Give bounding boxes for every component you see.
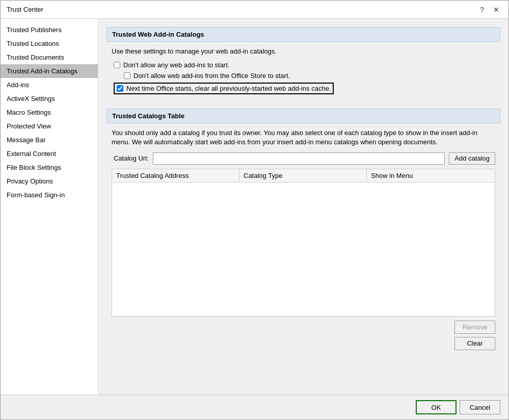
ok-button[interactable]: OK xyxy=(416,400,457,414)
sidebar-item-form-based-sign-in[interactable]: Form-based Sign-in xyxy=(1,188,98,202)
catalog-url-row: Catalog Url: Add catalog xyxy=(114,152,495,165)
sidebar-item-trusted-addin-catalogs[interactable]: Trusted Add-in Catalogs xyxy=(1,64,98,78)
help-button[interactable]: ? xyxy=(476,4,488,16)
checkbox2-row: Don't allow web add-ins from the Office … xyxy=(112,72,495,80)
sidebar-item-trusted-locations[interactable]: Trusted Locations xyxy=(1,37,98,50)
title-bar: Trust Center ? ✕ xyxy=(1,1,508,19)
add-catalog-button[interactable]: Add catalog xyxy=(449,152,495,165)
main-content: Trusted Web Add-in Catalogs Use these se… xyxy=(98,19,508,395)
sidebar-item-add-ins[interactable]: Add-ins xyxy=(1,78,98,92)
col-address-header: Trusted Catalog Address xyxy=(112,169,239,182)
col-type-header: Catalog Type xyxy=(239,169,367,182)
dialog-footer: OK Cancel xyxy=(1,395,508,419)
catalog-url-label: Catalog Url: xyxy=(114,154,149,162)
section-trusted-web-addins: Trusted Web Add-in Catalogs Use these se… xyxy=(106,27,500,102)
checkbox1-row: Don't allow any web add-ins to start. xyxy=(112,61,495,69)
dialog-content: Trusted PublishersTrusted LocationsTrust… xyxy=(1,19,508,395)
sidebar-item-external-content[interactable]: External Content xyxy=(1,147,98,161)
section1-body: Use these settings to manage your web ad… xyxy=(106,47,500,102)
sidebar: Trusted PublishersTrusted LocationsTrust… xyxy=(1,19,98,395)
col-menu-header: Show in Menu xyxy=(367,169,495,182)
sidebar-item-trusted-documents[interactable]: Trusted Documents xyxy=(1,50,98,64)
no-office-store-checkbox[interactable] xyxy=(124,72,130,79)
section1-description: Use these settings to manage your web ad… xyxy=(112,47,495,56)
section2-body: You should only add a catalog if you tru… xyxy=(106,128,500,355)
catalog-url-input[interactable] xyxy=(153,152,445,165)
sidebar-item-message-bar[interactable]: Message Bar xyxy=(1,133,98,147)
no-web-addins-checkbox[interactable] xyxy=(114,62,120,68)
table-body xyxy=(112,182,495,315)
trust-center-dialog: Trust Center ? ✕ Trusted PublishersTrust… xyxy=(0,0,509,420)
no-web-addins-label: Don't allow any web add-ins to start. xyxy=(123,61,229,69)
action-buttons: Remove Clear xyxy=(112,321,495,350)
sidebar-item-protected-view[interactable]: Protected View xyxy=(1,119,98,133)
title-bar-left: Trust Center xyxy=(7,6,43,13)
sidebar-item-privacy-options[interactable]: Privacy Options xyxy=(1,174,98,188)
section1-header: Trusted Web Add-in Catalogs xyxy=(106,27,500,42)
checkbox3-row: Next time Office starts, clear all previ… xyxy=(112,83,495,94)
highlighted-checkbox-container: Next time Office starts, clear all previ… xyxy=(114,83,334,94)
table-header: Trusted Catalog Address Catalog Type Sho… xyxy=(112,169,495,182)
clear-cache-label: Next time Office starts, clear all previ… xyxy=(126,85,331,92)
no-office-store-label: Don't allow web add-ins from the Office … xyxy=(133,72,290,80)
sidebar-item-macro-settings[interactable]: Macro Settings xyxy=(1,106,98,119)
section2-header: Trusted Catalogs Table xyxy=(106,109,500,123)
catalog-table-container: Trusted Catalog Address Catalog Type Sho… xyxy=(112,169,495,317)
clear-cache-checkbox[interactable] xyxy=(117,85,123,92)
cancel-button[interactable]: Cancel xyxy=(460,400,500,414)
section2-description: You should only add a catalog if you tru… xyxy=(112,128,495,147)
close-button[interactable]: ✕ xyxy=(490,4,502,16)
remove-button[interactable]: Remove xyxy=(454,321,495,334)
title-bar-buttons: ? ✕ xyxy=(476,4,502,16)
sidebar-item-file-block-settings[interactable]: File Block Settings xyxy=(1,161,98,174)
dialog-title: Trust Center xyxy=(7,6,43,13)
clear-button[interactable]: Clear xyxy=(454,337,495,350)
section-trusted-catalogs-table: Trusted Catalogs Table You should only a… xyxy=(106,109,500,355)
sidebar-item-activex-settings[interactable]: ActiveX Settings xyxy=(1,92,98,106)
sidebar-item-trusted-publishers[interactable]: Trusted Publishers xyxy=(1,23,98,37)
